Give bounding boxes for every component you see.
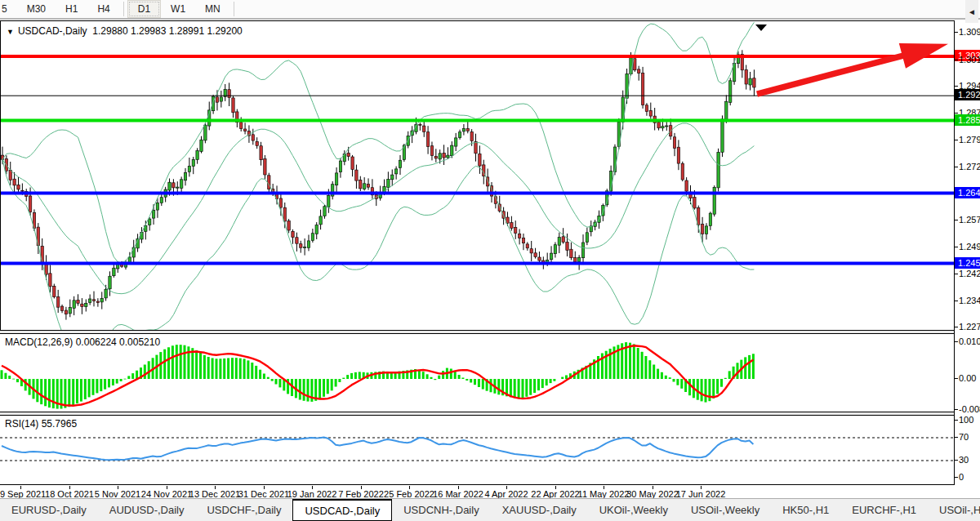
symbol-tab-usdcad-daily[interactable]: USDCAD-,Daily xyxy=(292,499,392,521)
price-axis-tick xyxy=(955,274,958,274)
symbol-tab-hk50-h1[interactable]: HK50-,H1 xyxy=(771,499,840,521)
symbol-tab-usoil-h4[interactable]: USOil-,H4 xyxy=(928,499,980,521)
rsi-axis-tick xyxy=(955,460,958,461)
candles xyxy=(1,50,755,319)
price-axis-tick xyxy=(955,32,958,33)
rsi-axis-tick xyxy=(955,420,958,421)
price-axis-tick xyxy=(955,247,958,247)
price-axis-label: 1.2571 xyxy=(959,215,980,225)
symbol-dropdown-icon[interactable]: ▼ xyxy=(7,28,14,36)
price-badge-1.2452: 1.2452 xyxy=(955,257,980,269)
macd-panel[interactable]: MACD(12,26,9) 0.006224 0.005210 xyxy=(0,333,954,412)
macd-signal-line xyxy=(2,345,753,405)
price-axis-tick xyxy=(955,301,958,301)
bollinger-upper xyxy=(2,22,754,263)
symbol-tab-eurchf-h1[interactable]: EURCHF-,H1 xyxy=(840,499,928,521)
chart-symbol-label: USDCAD-,Daily xyxy=(18,25,87,37)
price-axis-label: 1.2347 xyxy=(959,296,980,305)
symbol-tab-usdcnh-daily[interactable]: USDCNH-,Daily xyxy=(392,499,490,521)
macd-axis: 0.010570.00-0.0089 xyxy=(955,333,980,413)
chart-region: ▼USDCAD-,Daily 1.29880 1.29983 1.28991 1… xyxy=(0,20,980,498)
symbol-tab-usoil-weekly[interactable]: USOil-,Weekly xyxy=(679,499,771,521)
symbol-marker-icon xyxy=(755,24,767,31)
price-axis-tick xyxy=(955,113,958,114)
price-axis-tick xyxy=(955,327,958,327)
price-axis-label: 1.2795 xyxy=(959,135,980,145)
price-axis-label: 1.2421 xyxy=(959,269,980,278)
price-axis-label: 1.2721 xyxy=(959,162,980,171)
price-axis-tick xyxy=(955,140,958,140)
chart-title: ▼USDCAD-,Daily 1.29880 1.29983 1.28991 1… xyxy=(7,25,243,37)
timeframe-button-d1[interactable]: D1 xyxy=(127,0,161,18)
rsi-axis-label: 30 xyxy=(959,455,969,465)
price-axis-label: 1.2497 xyxy=(959,242,980,252)
price-axis-tick xyxy=(955,167,958,167)
rsi-axis-label: 70 xyxy=(959,432,969,442)
price-axis-tick xyxy=(955,86,958,87)
bollinger-lower xyxy=(2,159,754,330)
rsi-axis-label: 0 xyxy=(959,472,964,482)
toolbar-separator xyxy=(123,2,124,16)
macd-axis-tick xyxy=(955,341,958,342)
rsi-line xyxy=(2,438,753,461)
symbol-tab-xauusd-daily[interactable]: XAUUSD-,Daily xyxy=(491,499,588,521)
price-axis-label: 1.3019 xyxy=(959,55,980,65)
price-axis-tick xyxy=(955,220,958,220)
rsi-axis-tick xyxy=(955,437,958,438)
rsi-label: RSI(14) 55.7965 xyxy=(5,418,77,430)
timeframe-button-h4[interactable]: H4 xyxy=(87,0,119,18)
macd-axis-label: -0.0089 xyxy=(959,404,980,413)
macd-axis-label: 0.01057 xyxy=(959,336,980,346)
symbol-tab-usdchf-daily[interactable]: USDCHF-,Daily xyxy=(195,499,292,521)
main-chart-panel[interactable]: ▼USDCAD-,Daily 1.29880 1.29983 1.28991 1… xyxy=(0,20,955,331)
price-axis[interactable]: 1.30951.30301.30191.29451.29201.28711.28… xyxy=(955,20,980,332)
symbol-tab-eurusd-daily[interactable]: EURUSD-,Daily xyxy=(0,499,98,521)
chart-ohlc-values: 1.29880 1.29983 1.28991 1.29200 xyxy=(92,25,243,37)
rsi-panel[interactable]: RSI(14) 55.7965 xyxy=(0,415,954,485)
timeframe-button-mn[interactable]: MN xyxy=(195,0,230,18)
price-axis-tick xyxy=(955,60,958,60)
rsi-axis-label: 100 xyxy=(959,415,973,425)
rsi-axis-tick xyxy=(955,477,958,478)
timeframe-button-w1[interactable]: W1 xyxy=(161,0,195,18)
macd-label: MACD(12,26,9) 0.006224 0.005210 xyxy=(5,336,160,348)
toolbar-separator xyxy=(234,2,234,16)
macd-axis-tick xyxy=(955,378,958,379)
symbol-tab-ukoil-weekly[interactable]: UKOil-,Weekly xyxy=(588,499,679,521)
macd-axis-label: 0.00 xyxy=(959,373,976,383)
timeframe-toolbar: 5M30H1H4D1W1MN xyxy=(0,0,980,20)
price-badge-1.2648: 1.2648 xyxy=(955,187,980,198)
price-axis-label: 1.2273 xyxy=(959,322,980,332)
timeframe-button-m30[interactable]: M30 xyxy=(17,0,56,18)
price-badge-1.2920: 1.2920 xyxy=(955,89,980,100)
trend-arrow-shaft xyxy=(757,54,911,94)
symbol-tab-audusd-daily[interactable]: AUDUSD-,Daily xyxy=(98,499,196,521)
price-badge-1.2851: 1.2851 xyxy=(955,114,980,126)
symbol-tabbar: EURUSD-,DailyAUDUSD-,DailyUSDCHF-,DailyU… xyxy=(0,498,980,521)
price-axis-label: 1.3095 xyxy=(959,27,980,37)
tab-scroll-left-icon[interactable]: ◄ xyxy=(965,0,978,23)
price-chart-canvas[interactable] xyxy=(1,21,955,330)
rsi-axis: 10070300 xyxy=(955,415,980,486)
rsi-canvas[interactable] xyxy=(0,416,954,484)
macd-axis-tick xyxy=(955,409,958,410)
macd-histogram xyxy=(1,342,755,409)
timeframe-button-5[interactable]: 5 xyxy=(0,0,17,18)
timeframe-button-h1[interactable]: H1 xyxy=(56,0,87,18)
trading-platform-window: 5M30H1H4D1W1MN ▼USDCAD-,Daily 1.29880 1.… xyxy=(0,0,980,521)
